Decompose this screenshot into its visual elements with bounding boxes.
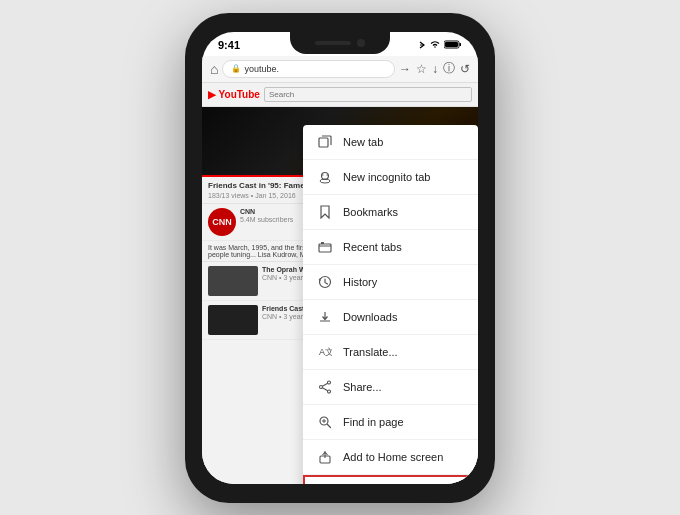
download-icon[interactable]: ↓: [432, 62, 438, 76]
menu-item-add-home[interactable]: Add to Home screen: [303, 440, 478, 475]
recent-tabs-icon: [317, 239, 333, 255]
svg-text:A文: A文: [319, 347, 332, 357]
menu-item-downloads[interactable]: Downloads: [303, 300, 478, 335]
notch: [290, 32, 390, 54]
wifi-icon: [429, 40, 441, 49]
youtube-content: ▶ YouTube ● 2:59 / 2:19 Friends Cast in …: [202, 83, 478, 484]
add-home-icon: [317, 449, 333, 465]
add-home-label: Add to Home screen: [343, 451, 464, 463]
svg-rect-8: [321, 242, 324, 244]
bookmarks-label: Bookmarks: [343, 206, 464, 218]
find-label: Find in page: [343, 416, 464, 428]
incognito-label: New incognito tab: [343, 171, 464, 183]
camera: [357, 39, 365, 47]
forward-icon[interactable]: →: [399, 62, 411, 76]
menu-item-translate[interactable]: A文 Translate...: [303, 335, 478, 370]
status-icons: [418, 40, 462, 50]
downloads-icon: [317, 309, 333, 325]
svg-point-4: [322, 172, 329, 179]
status-time: 9:41: [218, 39, 240, 51]
menu-item-bookmarks[interactable]: Bookmarks: [303, 195, 478, 230]
browser-toolbar: → ☆ ↓ ⓘ ↺: [399, 60, 470, 77]
info-icon[interactable]: ⓘ: [443, 60, 455, 77]
browser-chrome: ⌂ 🔒 youtube. → ☆ ↓ ⓘ ↺: [202, 56, 478, 83]
share-icon: [317, 379, 333, 395]
speaker: [315, 41, 351, 45]
battery-icon: [444, 40, 462, 49]
context-menu: New tab New incognito tab Bookmarks: [303, 125, 478, 484]
svg-point-11: [328, 381, 331, 384]
svg-point-13: [320, 385, 323, 388]
refresh-icon[interactable]: ↺: [460, 62, 470, 76]
svg-marker-6: [321, 206, 329, 218]
svg-rect-2: [445, 42, 458, 47]
recent-tabs-label: Recent tabs: [343, 241, 464, 253]
find-icon: [317, 414, 333, 430]
home-button[interactable]: ⌂: [210, 61, 218, 77]
phone-frame: 9:41: [185, 13, 495, 503]
menu-item-recent-tabs[interactable]: Recent tabs: [303, 230, 478, 265]
new-tab-icon: [317, 134, 333, 150]
incognito-icon: [317, 169, 333, 185]
menu-item-new-tab[interactable]: New tab: [303, 125, 478, 160]
bookmark-icon: [317, 204, 333, 220]
svg-point-12: [328, 390, 331, 393]
new-tab-label: New tab: [343, 136, 464, 148]
url-text: youtube.: [244, 64, 279, 74]
menu-item-history[interactable]: History: [303, 265, 478, 300]
svg-rect-7: [319, 244, 331, 252]
history-icon: [317, 274, 333, 290]
menu-item-desktop-site[interactable]: Desktop site: [303, 475, 478, 484]
history-label: History: [343, 276, 464, 288]
phone-screen: 9:41: [202, 32, 478, 484]
translate-icon: A文: [317, 344, 333, 360]
downloads-label: Downloads: [343, 311, 464, 323]
menu-item-incognito[interactable]: New incognito tab: [303, 160, 478, 195]
url-bar[interactable]: 🔒 youtube.: [222, 60, 395, 78]
menu-item-find[interactable]: Find in page: [303, 405, 478, 440]
lock-icon: 🔒: [231, 64, 241, 73]
translate-label: Translate...: [343, 346, 464, 358]
bluetooth-icon: [418, 40, 426, 50]
svg-rect-1: [460, 43, 462, 46]
share-label: Share...: [343, 381, 464, 393]
menu-item-share[interactable]: Share...: [303, 370, 478, 405]
svg-rect-3: [319, 138, 328, 147]
star-icon[interactable]: ☆: [416, 62, 427, 76]
